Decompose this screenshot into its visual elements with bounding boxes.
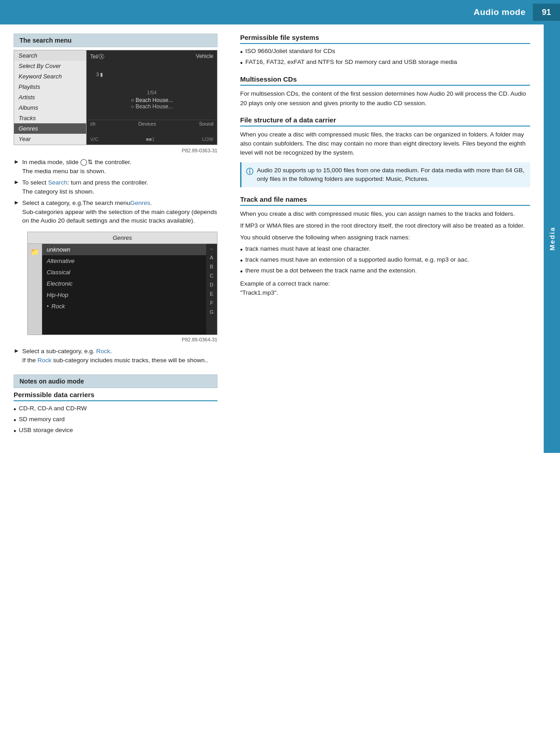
track-names-text-3: You should observe the following when as… <box>240 233 530 242</box>
track-rule-2: • track names must have an extension of … <box>240 256 530 265</box>
multisession-heading: Multisession CDs <box>240 75 530 86</box>
genres-list: unknown Alternative Classical Electronic… <box>42 244 206 335</box>
idx-f: F <box>210 298 213 307</box>
menu-item-search: Search <box>14 50 86 61</box>
genre-hiphop: Hip-Hop <box>42 289 206 301</box>
data-carrier-cdr: • CD-R, CD-A and CD-RW <box>14 405 217 413</box>
menu-item-artists: Artists <box>14 92 86 102</box>
idx-g: G <box>210 307 214 316</box>
display-devices: Devices <box>138 121 156 126</box>
notes-box-title: Notes on audio mode <box>14 374 217 388</box>
step-2-text: To select Search: turn and press the con… <box>22 178 217 196</box>
genres-folder-icon: 📁 <box>30 248 39 256</box>
data-carrier-sd-text: SD memory card <box>19 416 65 423</box>
dot-icon: • <box>47 303 49 310</box>
data-carrier-usb-text: USB storage device <box>19 427 73 433</box>
fs-iso: • ISO 9660/Joliet standard for CDs <box>240 48 530 56</box>
display-bottom-bar2: V/C ■■1 LOW <box>88 136 215 143</box>
data-carrier-cdr-text: CD-R, CD-A and CD-RW <box>19 405 87 412</box>
menu-item-year: Year <box>14 134 86 144</box>
idx-d: D <box>210 280 213 289</box>
bullet-dot-fs1: • <box>240 48 243 56</box>
media-side-tab: Media <box>544 24 560 453</box>
track-names-text-1: When you create a disc with compressed m… <box>240 209 530 219</box>
genres-menu-caption: P82.89-0364-31 <box>14 337 217 342</box>
genre-alternative: Alternative <box>42 255 206 267</box>
link-rock-1: Rock <box>96 348 110 355</box>
arrow-icon-3: ► <box>14 199 19 206</box>
genre-electronic: Electronic <box>42 278 206 289</box>
track-rule-1: • track names must have at least one cha… <box>240 245 530 254</box>
idx-b: B <box>210 262 213 271</box>
link-search: Search <box>48 179 68 186</box>
multisession-text: For multisession CDs, the content of the… <box>240 89 530 108</box>
genres-icon: 📁 <box>28 244 42 335</box>
menu-item-keyword-search: Keyword Search <box>14 71 86 82</box>
genres-index: – A B C D E F G <box>206 244 217 335</box>
arrow-icon-2: ► <box>14 179 19 185</box>
permissible-file-systems-section: Permissible file systems • ISO 9660/Joli… <box>240 34 530 67</box>
display-track-album: ○ Beach House... <box>90 103 213 110</box>
sub-category-steps: ► Select a sub-category, e.g. Rock.If th… <box>14 347 217 365</box>
info-box-text: Audio 20 supports up to 15,000 files fro… <box>257 166 526 184</box>
search-menu-caption: P82.89-0363-31 <box>14 148 217 153</box>
display-track-name: ○ Beach House... <box>90 97 213 103</box>
idx-c: C <box>210 271 213 280</box>
link-genres-1: Genres <box>130 199 150 206</box>
step-2: ► To select Search: turn and press the c… <box>14 178 217 196</box>
bullet-dot-tr1: • <box>240 245 243 254</box>
track-rule-1-text: track names must have at least one chara… <box>246 245 371 252</box>
file-structure-heading: File structure of a data carrier <box>240 116 530 126</box>
step-1-text: In media mode, slide ◯⇅ the controller.T… <box>22 158 217 175</box>
fs-fat-text: FAT16, FAT32, exFAT and NTFS for SD memo… <box>246 58 457 65</box>
step-3-text: Select a category, e.g.The search menuGe… <box>22 199 217 225</box>
left-column: The search menu Search Select By Cover K… <box>0 24 227 453</box>
idx-a: A <box>210 253 213 262</box>
bullet-dot-fs2: • <box>240 58 243 67</box>
page-header: Audio mode 91 <box>0 0 560 24</box>
menu-item-select-by-cover: Select By Cover <box>14 61 86 71</box>
search-display: Tel/Ⓧ Vehicle 3 ▮ 1/54 ○ Beach House... … <box>87 50 217 145</box>
search-steps: ► In media mode, slide ◯⇅ the controller… <box>14 158 217 225</box>
track-rule-2-text: track names must have an extension of a … <box>246 256 469 263</box>
search-menu-screenshot: Search Select By Cover Keyword Search Pl… <box>14 50 217 145</box>
permissible-data-carriers-heading: Permissible data carriers <box>14 391 217 401</box>
menu-item-genres: Genres <box>14 123 86 134</box>
display-track-num: 1/54 <box>90 90 213 95</box>
arrow-icon-1: ► <box>14 158 19 165</box>
display-ch: ch <box>90 121 96 126</box>
info-box: ⓘ Audio 20 supports up to 15,000 files f… <box>240 162 530 187</box>
permissible-data-carriers-section: Permissible data carriers • CD-R, CD-A a… <box>14 391 217 436</box>
display-track-info: 1/54 ○ Beach House... ○ Beach House... <box>88 88 215 112</box>
bullet-dot-tr2: • <box>240 256 243 265</box>
display-num1: ■■1 <box>146 136 154 142</box>
display-bottom-bar: ch Devices Sound <box>88 120 215 127</box>
arrow-icon-4: ► <box>14 347 19 354</box>
genres-body: 📁 unknown Alternative Classical Electron… <box>28 244 217 335</box>
genre-empty1 <box>42 312 206 323</box>
genres-header: Genres <box>28 232 217 244</box>
page-number: 91 <box>533 4 560 21</box>
page-wrapper: Audio mode 91 The search menu Search Sel… <box>0 0 560 734</box>
permissible-file-systems-heading: Permissible file systems <box>240 34 530 44</box>
link-rock-2: Rock <box>38 357 52 364</box>
track-file-names-heading: Track and file names <box>240 195 530 206</box>
bullet-dot-icon-2: • <box>14 416 16 424</box>
bullet-dot-tr3: • <box>240 267 243 276</box>
menu-item-tracks: Tracks <box>14 113 86 123</box>
track-rule-3: • there must be a dot between the track … <box>240 267 530 276</box>
idx-dash: – <box>210 244 213 253</box>
info-icon: ⓘ <box>246 166 253 177</box>
multisession-section: Multisession CDs For multisession CDs, t… <box>240 75 530 108</box>
search-menu-list: Search Select By Cover Keyword Search Pl… <box>14 50 87 145</box>
genres-menu-screenshot: Genres 📁 unknown Alternative Classical E… <box>27 232 217 335</box>
idx-e: E <box>210 289 213 298</box>
track-rule-3-text: there must be a dot between the track na… <box>246 267 417 274</box>
step-1: ► In media mode, slide ◯⇅ the controller… <box>14 158 217 175</box>
bullet-dot-icon: • <box>14 405 16 413</box>
display-low: LOW <box>202 136 213 142</box>
genre-classical: Classical <box>42 267 206 278</box>
menu-item-playlists: Playlists <box>14 82 86 92</box>
track-example-text: Example of a correct track name:"Track1.… <box>240 279 530 298</box>
step-4: ► Select a sub-category, e.g. Rock.If th… <box>14 347 217 365</box>
